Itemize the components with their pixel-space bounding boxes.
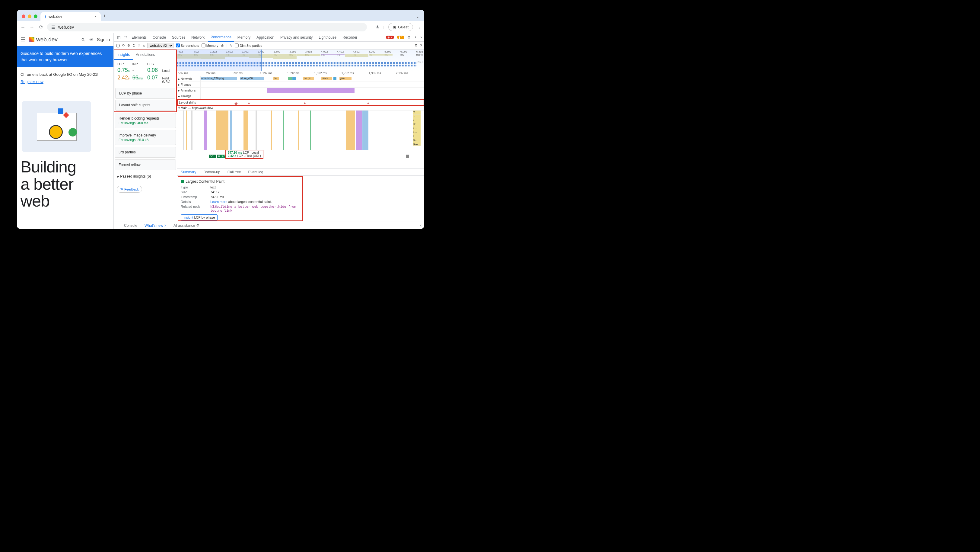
tab-application[interactable]: Application: [254, 34, 277, 41]
settings-icon[interactable]: ⚙: [407, 35, 410, 40]
theme-toggle-icon[interactable]: ☀: [89, 37, 93, 43]
minimize-window-button[interactable]: [28, 14, 31, 18]
register-link[interactable]: Register now: [21, 79, 110, 85]
timeline-overview[interactable]: 492 ms892 ms1,292 ms1,692 ms2,092 ms2,49…: [177, 49, 424, 71]
tab-console[interactable]: Console: [150, 34, 169, 41]
gc-icon[interactable]: 🗑: [221, 44, 224, 48]
insight-link-pill[interactable]: Insight LCP by phase: [181, 214, 218, 220]
recording-select[interactable]: web.dev #2: [147, 43, 173, 48]
download-button[interactable]: ↧: [138, 43, 140, 48]
main-thread-track[interactable]: ▾ Main — https://web.dev/: [177, 106, 424, 110]
device-icon[interactable]: ⬚: [122, 34, 128, 41]
drawer-console-tab[interactable]: Console: [121, 223, 140, 228]
annotations-tab[interactable]: Annotations: [133, 50, 158, 60]
insight-image-delivery[interactable]: Improve image delivery Est savings: 25.0…: [115, 130, 176, 145]
tab-summary[interactable]: Summary: [177, 169, 200, 175]
new-tab-button[interactable]: +: [103, 13, 106, 19]
close-window-button[interactable]: [22, 14, 25, 18]
search-icon[interactable]: [81, 37, 85, 42]
tab-sources[interactable]: Sources: [169, 34, 188, 41]
hero-illustration: [22, 101, 91, 152]
upload-button[interactable]: ↥: [132, 43, 135, 48]
tab-event-log[interactable]: Event log: [244, 169, 267, 175]
insight-cls-culprits[interactable]: Layout shift culprits: [115, 100, 175, 110]
info-banner: Guidance to build modern web experiences…: [17, 46, 113, 67]
forward-button[interactable]: →: [29, 24, 35, 30]
tab-recorder[interactable]: Recorder: [340, 34, 360, 41]
layout-shifts-track[interactable]: Layout shifts ◆ ◆ ◆ ◆: [177, 99, 424, 106]
animations-track[interactable]: ▸ Animations: [177, 88, 424, 93]
insight-3rd-parties[interactable]: 3rd parties: [115, 147, 176, 158]
menu-icon[interactable]: ☰: [21, 36, 25, 43]
reload-record-button[interactable]: ⟳: [122, 43, 125, 48]
dim-checkbox[interactable]: Dim 3rd parties: [235, 43, 262, 48]
logo-mark-icon: [29, 37, 34, 42]
home-icon[interactable]: ⌂: [143, 44, 145, 48]
flame-chart[interactable]: T…x…(…Iz(…(…Fs…E… DCL P LCP L 747.10 ms …: [177, 110, 424, 159]
insight-forced-reflow[interactable]: Forced reflow: [115, 160, 176, 170]
insight-lcp-phase[interactable]: LCP by phase: [115, 88, 175, 99]
related-node[interactable]: h3#building-a-better-web-together.hide-f…: [210, 205, 300, 212]
local-inp-value: -: [132, 67, 146, 73]
tab-lighthouse[interactable]: Lighthouse: [316, 34, 339, 41]
tab-privacy[interactable]: Privacy and security: [278, 34, 315, 41]
record-button[interactable]: [116, 44, 120, 48]
field-cls-value: 0.07: [147, 75, 161, 81]
site-header: ☰ web.dev ☀ Sign in: [17, 33, 113, 46]
drawer-ai-tab[interactable]: AI assistance ⚗: [170, 223, 202, 228]
sign-in-link[interactable]: Sign in: [97, 37, 110, 42]
site-logo[interactable]: web.dev: [29, 36, 57, 43]
timeline-ruler[interactable]: 592 ms792 ms992 ms1,192 ms1,392 ms1,592 …: [177, 71, 424, 76]
timings-track[interactable]: ▸ Timings: [177, 93, 424, 99]
summary-size: 74112: [210, 190, 300, 194]
tab-bottom-up[interactable]: Bottom-up: [200, 169, 224, 175]
insight-render-blocking[interactable]: Render blocking requests Est savings: 40…: [115, 113, 176, 128]
memory-checkbox[interactable]: Memory: [202, 43, 218, 48]
flame-side-labels: T…x…(…Iz(…(…Fs…E…: [413, 110, 421, 146]
reload-button[interactable]: ⟳: [38, 24, 44, 30]
passed-insights[interactable]: ▸ Passed insights (6): [114, 171, 177, 182]
clear-button[interactable]: ⊘: [127, 43, 130, 48]
close-tab-button[interactable]: ×: [94, 14, 97, 19]
tab-elements[interactable]: Elements: [129, 34, 150, 41]
lcp-header: LCP: [118, 62, 131, 66]
inspect-icon[interactable]: ◫: [116, 34, 122, 41]
collapse-icon[interactable]: ⇋: [230, 43, 232, 48]
url-input[interactable]: ☰ web.dev: [47, 23, 367, 31]
frames-track[interactable]: ▸ Frames: [177, 82, 424, 88]
back-button[interactable]: ←: [20, 24, 26, 30]
devtools-menu-icon[interactable]: ⋮: [414, 35, 417, 40]
insights-panel: Insights Annotations LCP INP CLS 0: [114, 49, 177, 222]
browser-tab[interactable]: ⟩ web.dev ×: [40, 12, 101, 21]
insights-tab[interactable]: Insights: [115, 50, 133, 60]
hero-line: web: [21, 192, 110, 209]
detail-tabs: Summary Bottom-up Call tree Event log: [177, 169, 424, 176]
feedback-button[interactable]: ⚗ Feedback: [117, 186, 142, 193]
maximize-window-button[interactable]: [34, 14, 37, 18]
site-info-icon[interactable]: ☰: [51, 25, 55, 30]
drawer-close-button[interactable]: ×: [420, 223, 422, 228]
tab-call-tree[interactable]: Call tree: [224, 169, 245, 175]
devtools-tabs: ◫ ⬚ Elements Console Sources Network Per…: [114, 33, 424, 41]
help-icon[interactable]: ?: [420, 44, 422, 48]
timeline-tracks[interactable]: ▸ Network ome-blue_720.png ature_480… de…: [177, 76, 424, 169]
drawer-whatsnew-tab[interactable]: What's new ×: [142, 223, 169, 228]
learn-more-link[interactable]: Learn more: [210, 200, 227, 204]
drawer-menu-icon[interactable]: ⋮: [116, 223, 120, 228]
labs-icon[interactable]: ⚗: [375, 25, 379, 29]
browser-menu-button[interactable]: ⋮: [417, 25, 421, 29]
profile-button[interactable]: ◉ Guest: [388, 23, 413, 31]
network-track[interactable]: ▸ Network ome-blue_720.png ature_480… de…: [177, 76, 424, 82]
perf-settings-icon[interactable]: ⚙: [415, 43, 418, 48]
summary-title: Largest Contentful Paint: [186, 179, 224, 183]
io-text: Chrome is back at Google I/O on May 20-2…: [21, 72, 99, 77]
tab-performance[interactable]: Performance: [208, 33, 234, 41]
tabs-dropdown-button[interactable]: ⌄: [416, 14, 419, 19]
screenshots-checkbox[interactable]: Screenshots: [176, 43, 199, 48]
close-devtools-button[interactable]: ×: [420, 35, 422, 40]
tab-network[interactable]: Network: [189, 34, 207, 41]
tab-memory[interactable]: Memory: [235, 34, 253, 41]
url-text: web.dev: [58, 25, 74, 30]
warning-count-badge[interactable]: ▮ 1: [397, 36, 404, 39]
error-count-badge[interactable]: ⊗ 2: [386, 36, 394, 39]
